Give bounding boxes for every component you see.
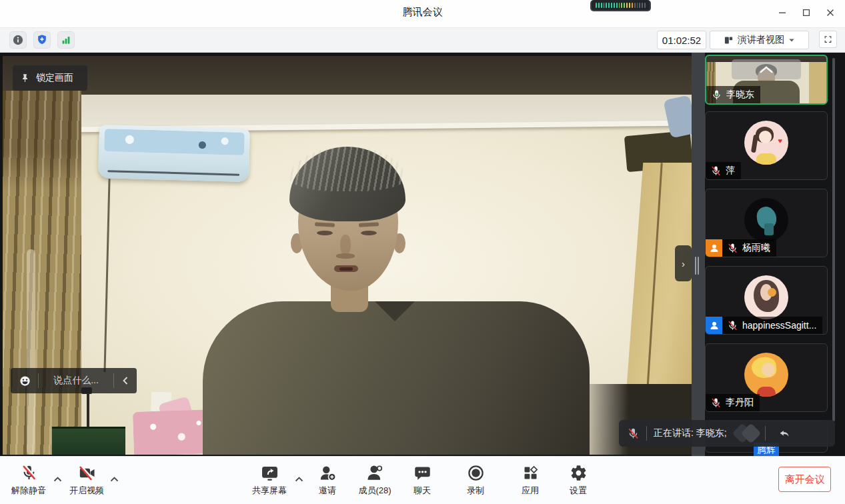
video-options-chevron[interactable] — [109, 475, 120, 483]
close-button[interactable] — [818, 4, 842, 21]
message-placeholder: 说点什么... — [39, 375, 113, 387]
emoji-icon[interactable] — [19, 375, 31, 387]
invite-person-icon — [319, 464, 337, 482]
mic-muted-icon — [20, 464, 38, 482]
speaker-video: 锁定画面 说点什么... — [3, 56, 692, 455]
collapse-sidebar-button[interactable]: › — [675, 245, 692, 281]
toolbar-left-group — [9, 31, 75, 49]
participant-tile[interactable]: ♥ 杨雨曦 — [705, 189, 828, 257]
chevron-up-icon — [110, 477, 119, 482]
maximize-button[interactable] — [794, 4, 818, 21]
divider-grip[interactable] — [695, 257, 699, 275]
leave-meeting-button[interactable]: 离开会议 — [778, 467, 831, 492]
pin-icon — [19, 72, 31, 85]
participant-avatar: ♥ — [744, 198, 788, 242]
network-status-button[interactable] — [57, 31, 75, 49]
minimize-button[interactable] — [770, 4, 794, 21]
view-mode-selector[interactable]: 演讲者视图 — [710, 31, 809, 49]
person-icon — [709, 320, 720, 331]
mic-options-chevron[interactable] — [52, 475, 63, 483]
collapse-thumbnail-button[interactable] — [732, 59, 801, 79]
info-icon — [11, 33, 25, 47]
quick-message-bar[interactable]: 说点什么... — [11, 368, 137, 393]
pin-view-button[interactable]: 锁定画面 — [13, 65, 87, 91]
fullscreen-button[interactable] — [819, 31, 837, 48]
mic-active-icon — [711, 89, 722, 101]
room-ceiling-shadow — [3, 56, 692, 95]
bed — [133, 409, 214, 455]
sidebar-divider — [692, 53, 705, 456]
speaker-torso — [203, 301, 590, 455]
participant-tile[interactable]: ♥ 萍 — [705, 111, 828, 180]
chevron-up-icon — [758, 65, 775, 74]
apps-grid-icon — [522, 464, 540, 482]
participant-avatar: ♥ — [744, 353, 788, 397]
settings-button[interactable]: 设置 — [558, 464, 598, 497]
timer-value: 01:02:52 — [662, 35, 701, 46]
reply-arrow-icon — [778, 427, 791, 439]
chevron-up-icon — [53, 477, 62, 482]
participant-tile[interactable]: ♥ 李丹阳 — [705, 343, 828, 412]
share-screen-icon — [261, 464, 279, 482]
participants-sidebar: 李晓东 ♥ 萍 ♥ 杨雨曦 — [705, 55, 829, 456]
camera-off-icon — [78, 464, 96, 482]
participant-name: 杨雨曦 — [742, 242, 770, 254]
maximize-icon — [802, 9, 810, 17]
unmute-button[interactable]: 解除静音 — [5, 464, 52, 497]
active-speaker-bar: 正在讲话: 李晓东; — [619, 420, 835, 447]
window-controls — [770, 4, 842, 21]
security-button[interactable] — [33, 31, 51, 49]
layout-icon — [724, 35, 734, 45]
air-conditioner — [98, 125, 250, 182]
mic-muted-icon — [710, 165, 722, 177]
role-badge — [706, 239, 722, 257]
chat-bubble-icon — [413, 464, 432, 482]
start-video-button[interactable]: 开启视频 — [63, 464, 110, 497]
curtain — [3, 91, 81, 455]
participant-name: 李晓东 — [726, 89, 754, 101]
participant-tile[interactable]: ♥ happinessSagitt... — [705, 266, 828, 335]
chevron-left-icon — [122, 376, 129, 385]
chat-button[interactable]: 聊天 — [402, 464, 442, 497]
share-options-chevron[interactable] — [293, 475, 305, 483]
mic-muted-icon — [627, 427, 640, 440]
participant-name: happinessSagitt... — [742, 320, 816, 331]
minimize-icon — [778, 9, 786, 17]
speaker-avatars[interactable] — [735, 426, 758, 441]
participant-avatar: ♥ — [744, 121, 788, 165]
view-mode-label: 演讲者视图 — [738, 34, 784, 46]
curtain-highlight — [27, 249, 35, 455]
window-title: 腾讯会议 — [403, 6, 443, 19]
invite-button[interactable]: 邀请 — [307, 464, 347, 497]
pin-view-label: 锁定画面 — [36, 72, 73, 84]
members-button[interactable]: 成员(28) — [348, 464, 401, 497]
green-cabinet — [52, 427, 125, 455]
gear-icon — [570, 464, 588, 482]
participant-name: 萍 — [726, 165, 735, 177]
meeting-timer: 01:02:52 — [657, 31, 706, 49]
apps-button[interactable]: 应用 — [510, 464, 550, 497]
collapse-message-bar-button[interactable] — [114, 368, 137, 393]
mic-muted-icon — [727, 243, 738, 254]
speaking-now-text: 正在讲话: 李晓东; — [654, 427, 727, 439]
meeting-info-button[interactable] — [9, 31, 27, 49]
participant-tile-active-speaker[interactable]: 李晓东 — [705, 55, 828, 105]
titlebar: 腾讯会议 — [0, 0, 845, 28]
main-area: 锁定画面 说点什么... › — [0, 53, 845, 456]
chevron-down-icon — [788, 38, 795, 43]
sidebar-scrollbar[interactable] — [832, 58, 835, 421]
participant-name: 李丹阳 — [726, 397, 754, 409]
share-screen-button[interactable]: 共享屏幕 — [246, 464, 293, 497]
record-button[interactable]: 录制 — [456, 464, 496, 497]
close-icon — [826, 9, 834, 17]
fullscreen-icon — [824, 34, 832, 45]
signal-bars-icon — [59, 33, 73, 47]
reply-button[interactable] — [774, 427, 795, 440]
chevron-up-icon — [295, 477, 303, 482]
lamp — [87, 393, 89, 430]
members-icon — [366, 464, 384, 482]
participant-avatar: ♥ — [744, 275, 788, 319]
shield-plus-icon — [35, 33, 49, 47]
role-badge — [706, 317, 722, 334]
audio-level-meter — [590, 0, 651, 11]
